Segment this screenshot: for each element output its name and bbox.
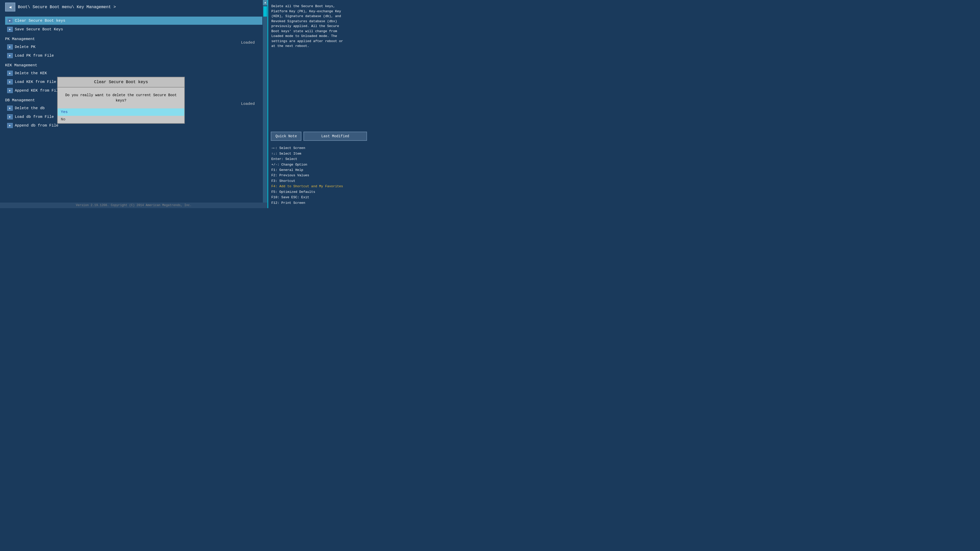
menu-label-load-pk-from-file: Load PK from File [15,54,54,58]
nav-help: →←: Select Screen ↑↓: Select Item Enter:… [268,143,372,208]
menu-item-load-pk-from-file[interactable]: ▶ Load PK from File [5,52,262,60]
menu-icon-append-kek: ▶ [7,88,13,93]
nav-f3: F3: Shortcut [271,178,369,184]
menu-icon-delete-kek: ▶ [7,71,13,76]
nav-key-f2: F2: [271,173,279,177]
nav-desc-select-item: Select Item [280,152,301,156]
nav-key-enter: Enter: [271,157,285,161]
menu-label-delete-pk: Delete PK [15,45,35,49]
nav-f5: F5: Optimized Defaults [271,189,369,195]
nav-f10: F10: Save ESC: Exit [271,195,369,200]
menu-icon-load-pk: ▶ [7,53,13,58]
modal-title: Clear Secure Boot keys [58,77,184,87]
pk-loaded-badge: Loaded [241,41,255,45]
nav-key-f3: F3: [271,179,279,183]
menu-item-save-secure-boot-keys[interactable]: ▶ Save Secure Boot Keys [5,25,262,33]
nav-f2: F2: Previous Values [271,173,369,178]
scroll-thumb[interactable] [263,6,267,17]
menu-icon-delete-db: ▶ [7,106,13,111]
nav-desc-f2: Previous Values [280,173,309,177]
menu-icon-load-kek: ▶ [7,79,13,84]
menu-item-delete-the-kek[interactable]: ▶ Delete the KEK [5,69,262,77]
menu-label-append-kek-from-file: Append KEK from File [15,89,61,93]
menu-label-delete-the-kek: Delete the KEK [15,71,47,76]
menu-icon-delete-pk: ▶ [7,44,13,49]
last-modified-button[interactable]: Last Modified [304,132,367,141]
modal-question: Do you really want to delete the current… [65,93,177,103]
nav-enter: Enter: Select [271,156,369,162]
quick-note-button[interactable]: Quick Note [271,132,301,141]
modal-option-no[interactable]: No [58,116,184,123]
menu-label-clear-secure-boot-keys: Clear Secure Boot keys [15,19,65,23]
nav-desc-f12: Print Screen [281,201,305,205]
menu-icon-clear: ▶ [7,18,13,23]
nav-key-f10: F10: [271,195,281,199]
menu-item-clear-secure-boot-keys[interactable]: ▶ Clear Secure Boot keys [5,17,262,25]
nav-desc-f1: General Help [280,168,304,172]
menu-label-save-secure-boot-keys: Save Secure Boot Keys [15,27,63,32]
nav-desc-f10: Save ESC: Exit [281,195,309,199]
nav-desc-select-screen: Select Screen [280,146,305,150]
nav-desc-f5: Optimized Defaults [280,190,315,194]
breadcrumb: Boot\ Secure Boot menu\ Key Management > [18,5,116,10]
db-loaded-badge: Loaded [241,102,255,106]
nav-key-change: +/-: [271,163,281,167]
section-kek-management: KEK Management [5,63,262,68]
right-panel: Delete all the Secure Boot keys, Platfor… [267,0,372,208]
breadcrumb-bar: ◀ Boot\ Secure Boot menu\ Key Management… [5,3,262,11]
nav-key-f5: F5: [271,190,279,194]
modal-body: Do you really want to delete the current… [58,87,184,106]
nav-key-select-screen: →←: [271,146,279,150]
nav-key-f12: F12: [271,201,281,205]
nav-desc-change: Change Option [281,163,307,167]
menu-icon-save: ▶ [7,27,13,32]
right-buttons-row: Quick Note Last Modified [268,130,372,143]
back-button[interactable]: ◀ [5,3,15,11]
menu-label-load-db-from-file: Load db from File [15,115,54,119]
section-pk-management: PK Management [5,37,262,41]
nav-desc-f3: Shortcut [280,179,295,183]
right-help-text: Delete all the Secure Boot keys, Platfor… [268,0,372,130]
main-container: ◀ Boot\ Secure Boot menu\ Key Management… [0,0,372,208]
footer-text: Version 2.19.1208. Copyright (C) 2014 Am… [76,203,192,207]
menu-label-delete-the-db: Delete the db [15,106,45,110]
left-panel: ◀ Boot\ Secure Boot menu\ Key Management… [0,0,267,208]
nav-f4: F4: Add to Shortcut and My Favorites [271,184,369,189]
modal-options: Yes No [58,108,184,123]
nav-key-select-item: ↑↓: [271,152,279,156]
nav-change-option: +/-: Change Option [271,162,369,167]
nav-f1: F1: General Help [271,167,369,173]
menu-label-append-db-from-file: Append db from File [15,124,59,128]
nav-select-screen: →←: Select Screen [271,145,369,151]
menu-label-load-kek-from-file: Load KEK from File [15,80,56,84]
help-description: Delete all the Secure Boot keys, Platfor… [271,4,343,48]
scrollbar[interactable]: ▲ ▼ [263,0,267,208]
scroll-up-arrow[interactable]: ▲ [263,0,267,5]
menu-item-delete-pk[interactable]: ▶ Delete PK [5,43,262,51]
nav-desc-enter: Select [285,157,298,161]
modal-option-yes[interactable]: Yes [58,108,184,116]
modal-dialog: Clear Secure Boot keys Do you really wan… [57,77,185,124]
menu-icon-load-db: ▶ [7,114,13,119]
nav-f12: F12: Print Screen [271,200,369,206]
nav-key-f4: F4: Add to Shortcut and My Favorites [271,184,343,188]
nav-select-item: ↑↓: Select Item [271,151,369,156]
menu-icon-append-db: ▶ [7,123,13,128]
footer: Version 2.19.1208. Copyright (C) 2014 Am… [0,203,267,208]
nav-key-f1: F1: [271,168,279,172]
